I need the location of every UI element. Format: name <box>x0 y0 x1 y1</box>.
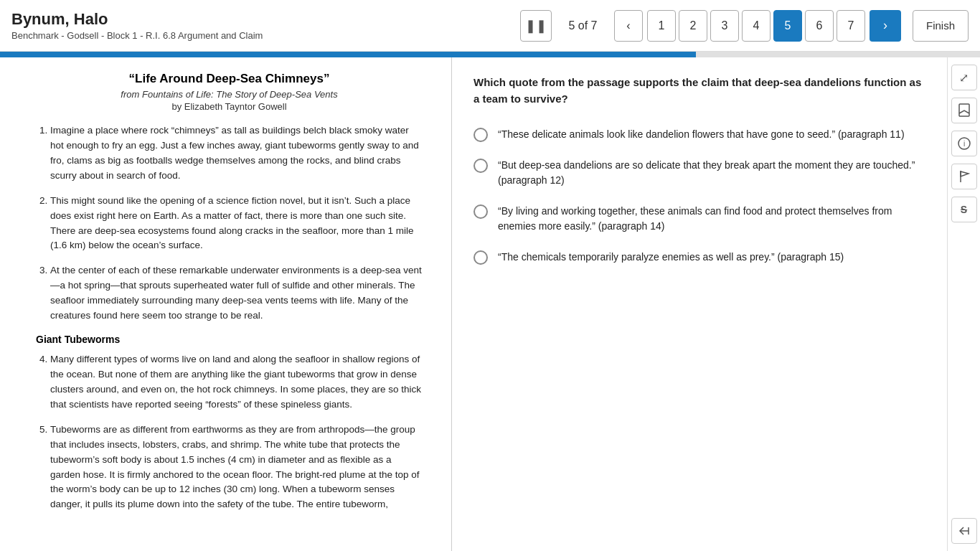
bookmark-button[interactable] <box>951 98 977 123</box>
student-name: Bynum, Halo <box>11 10 263 29</box>
answer-text-c: “By living and working together, these a… <box>498 204 925 234</box>
progress-bar-inner <box>0 52 696 57</box>
passage-author: by Elizabeth Tayntor Gowell <box>36 101 423 112</box>
flag-button[interactable] <box>951 164 977 189</box>
page-4[interactable]: 4 <box>742 10 771 42</box>
svg-text:i: i <box>963 140 964 148</box>
section-heading: Giant Tubeworms <box>36 334 423 345</box>
passage-from: from Fountains of Life: The Story of Dee… <box>36 89 423 100</box>
answer-text-b: “But deep-sea dandelions are so delicate… <box>498 158 925 188</box>
prev-button[interactable]: ‹ <box>614 10 643 42</box>
question-panel: Which quote from the passage supports th… <box>452 57 947 551</box>
paragraph-5: Tubeworms are as different from earthwor… <box>50 423 423 513</box>
answer-option-c[interactable]: “By living and working together, these a… <box>473 204 925 234</box>
from-label: from <box>121 89 139 100</box>
radio-d[interactable] <box>473 250 488 265</box>
info-button[interactable]: i <box>951 131 977 156</box>
passage-panel: “Life Around Deep-Sea Chimneys” from Fou… <box>0 57 452 551</box>
page-numbers: 1 2 3 4 5 6 7 <box>647 10 865 42</box>
progress-bar-outer <box>0 52 980 57</box>
main-content: “Life Around Deep-Sea Chimneys” from Fou… <box>0 57 980 551</box>
page-7[interactable]: 7 <box>837 10 865 42</box>
radio-a[interactable] <box>473 128 488 142</box>
paragraph-4: Many different types of worms live on la… <box>50 352 423 413</box>
pause-button[interactable]: ❚❚ <box>520 10 552 42</box>
header-left: Bynum, Halo Benchmark - Godsell - Block … <box>11 10 263 41</box>
paragraph-1: Imagine a place where rock “chimneys” as… <box>50 123 423 184</box>
header-controls: ❚❚ 5 of 7 ‹ 1 2 3 4 5 6 7 › Finish <box>520 10 969 42</box>
answer-option-a[interactable]: “These delicate animals look like dandel… <box>473 127 925 142</box>
page-3[interactable]: 3 <box>710 10 739 42</box>
progress-label: 5 of 7 <box>563 19 603 32</box>
next-button[interactable]: › <box>870 10 901 42</box>
question-text: Which quote from the passage supports th… <box>473 75 925 107</box>
header: Bynum, Halo Benchmark - Godsell - Block … <box>0 0 980 52</box>
page-6[interactable]: 6 <box>805 10 834 42</box>
passage-body: Imagine a place where rock “chimneys” as… <box>36 123 423 512</box>
answer-option-d[interactable]: “The chemicals temporarily paralyze enem… <box>473 250 925 265</box>
expand-button[interactable]: ⤢ <box>951 65 977 90</box>
benchmark-info: Benchmark - Godsell - Block 1 - R.I. 6.8… <box>11 30 263 41</box>
page-5[interactable]: 5 <box>773 10 802 42</box>
radio-b[interactable] <box>473 159 488 173</box>
passage-source: Fountains of Life: The Story of Deep-Sea… <box>142 89 338 100</box>
collapse-button[interactable] <box>951 518 977 544</box>
right-toolbar: ⤢ i S <box>947 57 980 551</box>
page-2[interactable]: 2 <box>679 10 707 42</box>
answer-text-d: “The chemicals temporarily paralyze enem… <box>498 250 844 265</box>
radio-c[interactable] <box>473 204 488 219</box>
page-1[interactable]: 1 <box>647 10 676 42</box>
answer-text-a: “These delicate animals look like dandel… <box>498 127 905 142</box>
answer-option-b[interactable]: “But deep-sea dandelions are so delicate… <box>473 158 925 188</box>
finish-button[interactable]: Finish <box>913 10 969 42</box>
passage-title: “Life Around Deep-Sea Chimneys” <box>36 72 423 86</box>
paragraph-2: This might sound like the opening of a s… <box>50 194 423 254</box>
strikethrough-button[interactable]: S <box>951 197 977 222</box>
paragraph-3: At the center of each of these remarkabl… <box>50 263 423 324</box>
